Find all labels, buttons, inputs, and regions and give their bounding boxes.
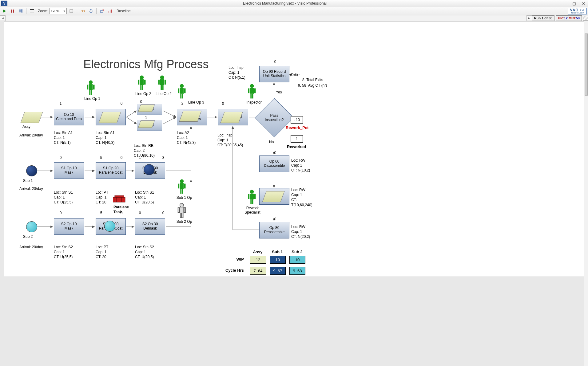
operator-label: Rework Specialist (241, 206, 264, 214)
op-info: Loc: Stn A1 Cap: 1 CT: N(5,1) (54, 130, 73, 145)
op-info: Loc: Insp Cap: 1 CT: T(30,35,45) (217, 133, 243, 148)
run-status: Run 1 of 30 (532, 15, 554, 21)
operator-label: Line Op 3 (185, 100, 207, 104)
row-hdr-wip: WIP (216, 257, 244, 262)
svg-rect-55 (165, 80, 166, 85)
arrival-text: Arrival: 20/day (19, 133, 43, 138)
scenario-label: Baseline (117, 9, 131, 13)
rework-pct-label: Rework_Pct (286, 125, 308, 130)
svg-rect-87 (252, 199, 253, 204)
svg-rect-43 (93, 85, 95, 90)
pause-icon[interactable] (9, 8, 16, 14)
count: 1 (137, 155, 143, 160)
link-icon[interactable] (79, 8, 86, 14)
diagram-title: Electronics Mfg Process (83, 58, 209, 71)
window-title: Electronics Manufacturing.vsdx - Visio P… (9, 1, 560, 6)
cell-cyc-assy: 7. 64 (250, 267, 266, 275)
zoom-label: Zoom: (38, 9, 48, 13)
operator-icon (137, 75, 147, 90)
op10-box[interactable]: Op 10 Clean and Prep (54, 109, 84, 125)
svg-rect-44 (89, 90, 90, 95)
resize-grip[interactable] (583, 16, 588, 21)
svg-point-52 (160, 76, 164, 80)
exit-label: (Exit) (290, 73, 298, 77)
minimize-button[interactable]: — (560, 1, 570, 6)
operator-icon (177, 84, 187, 99)
op-info: Loc: PT Cap: 1 CT: 20 (96, 245, 108, 260)
op-info: Loc: A2 Cap: 1 CT: N(42,3) (177, 130, 196, 145)
col-hdr-sub2: Sub 2 (289, 250, 305, 254)
separator (26, 8, 26, 14)
wip-token (138, 104, 155, 112)
svg-rect-49 (144, 80, 146, 85)
svg-rect-84 (248, 194, 250, 199)
wip-token (138, 120, 155, 128)
zoom-tool-icon[interactable] (68, 8, 75, 14)
count: 5 (98, 155, 104, 160)
row-hdr-cycle: Cycle Hrs (216, 268, 244, 273)
entity-label: Sub 1 (23, 178, 33, 183)
op60-box[interactable]: Op 60 Disassemble (259, 155, 289, 172)
svg-line-25 (163, 117, 176, 124)
s1-op10-box[interactable]: S1 Op 10 Mask (54, 162, 84, 179)
vao-logo: VAO ›››TECHNOLOGY (568, 8, 587, 14)
svg-point-12 (81, 10, 83, 12)
op-info: Loc: RW Cap: 1 CT: N(10,2) (291, 158, 310, 173)
operator-label: Inspector (243, 100, 265, 104)
maximize-button[interactable]: ▢ (570, 1, 579, 6)
s1-op20-box[interactable]: S1 Op 20 Paralene Coat (96, 162, 126, 179)
grid-icon[interactable] (17, 8, 24, 14)
cell-cyc-sub2: 9. 68 (289, 267, 305, 275)
count: 0 (58, 211, 64, 215)
svg-rect-42 (87, 85, 89, 90)
operator-label: Line Op 2 (133, 92, 154, 96)
count: 0 (272, 60, 278, 64)
scroll-left-button[interactable]: ◄ (0, 15, 6, 21)
operator-icon (177, 203, 187, 218)
svg-rect-1 (11, 10, 12, 13)
entity-assy[interactable] (20, 112, 43, 123)
wip-token (144, 164, 155, 175)
op80-box[interactable]: Op 80 Reassemble (259, 222, 289, 238)
col-hdr-sub1: Sub 1 (270, 250, 285, 254)
s2-op10-box[interactable]: S2 Op 10 Mask (54, 218, 84, 235)
cell-wip-assy: 12 (250, 256, 266, 264)
count: 2 (179, 101, 185, 106)
svg-rect-60 (178, 89, 180, 93)
op-info: Loc: Stn S2 Cap: 1 CT: U(25,5) (54, 245, 73, 260)
zoom-combo[interactable]: 128%▼ (50, 8, 67, 14)
count: 1 (58, 101, 64, 106)
rework-pct-value: . 10 (291, 116, 303, 124)
chart-icon[interactable] (107, 8, 113, 14)
scroll-right-button[interactable]: ► (526, 15, 532, 21)
drawing-canvas[interactable]: Electronics Mfg Process Line Op 1 Line O… (0, 21, 588, 366)
op-info: Loc: Stn S2 Cap: 1 CT: U(20,5) (135, 245, 154, 260)
count: 0 (160, 211, 166, 215)
export-icon[interactable] (99, 8, 105, 14)
svg-rect-56 (161, 85, 162, 90)
no-label: No (269, 140, 274, 144)
svg-rect-45 (91, 90, 92, 95)
svg-rect-66 (248, 89, 250, 93)
close-button[interactable]: ✕ (579, 1, 588, 6)
svg-rect-86 (250, 199, 252, 204)
play-icon[interactable] (1, 8, 8, 14)
entity-sub1[interactable] (26, 165, 37, 176)
count: 0 (272, 217, 278, 221)
svg-rect-18 (110, 10, 110, 13)
s2-op30-box[interactable]: S2 Op 30 Demask (135, 218, 165, 235)
col-hdr-assy: Assy (250, 250, 265, 254)
operator-icon (247, 189, 257, 205)
connectors (4, 22, 428, 277)
vscroll-thumb[interactable] (585, 33, 588, 96)
svg-rect-57 (162, 85, 164, 90)
count: 0 (137, 211, 143, 215)
entity-sub2[interactable] (26, 221, 37, 232)
svg-rect-78 (178, 208, 180, 213)
svg-rect-2 (13, 10, 14, 13)
vscrollbar[interactable] (584, 21, 588, 366)
table-icon[interactable] (29, 8, 35, 14)
op90-box[interactable]: Op 90 Record Unit Statistics (259, 66, 289, 82)
refresh-icon[interactable] (87, 8, 94, 14)
metric-row: 8 Total Exits (302, 77, 323, 82)
